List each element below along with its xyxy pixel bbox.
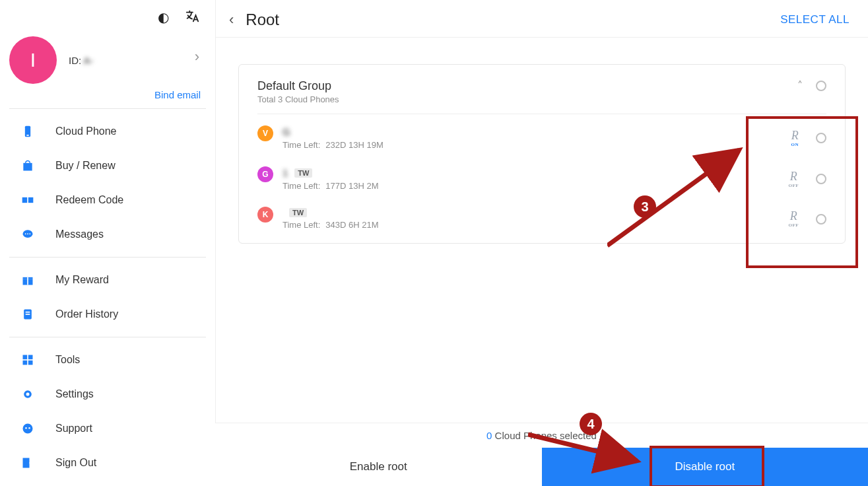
clipboard-icon bbox=[21, 306, 42, 322]
contrast-icon[interactable]: ◐ bbox=[158, 9, 169, 27]
phone-badge: K bbox=[257, 207, 273, 223]
phone-select-radio[interactable] bbox=[816, 133, 826, 143]
group-card: Default Group Total 3 Cloud Phones ˄ V G bbox=[238, 64, 846, 244]
ticket-icon bbox=[21, 192, 42, 208]
sidebar-item-tools[interactable]: Tools bbox=[0, 343, 215, 377]
sidebar-item-buy-renew[interactable]: Buy / Renew bbox=[0, 149, 215, 183]
sidebar-item-label: Order History bbox=[55, 308, 206, 320]
sidebar-item-label: Buy / Renew bbox=[55, 160, 206, 172]
group-subtitle: Total 3 Cloud Phones bbox=[257, 94, 339, 104]
page-title: Root bbox=[246, 11, 279, 29]
sign-out-icon bbox=[21, 455, 42, 471]
svg-rect-1 bbox=[26, 135, 28, 136]
sidebar-item-my-reward[interactable]: My Reward bbox=[0, 263, 215, 297]
sidebar-item-label: Redeem Code bbox=[55, 194, 206, 206]
svg-point-20 bbox=[23, 424, 33, 434]
root-status-icon: ROFF bbox=[789, 170, 799, 188]
nav-list: Cloud Phone Buy / Renew Redeem Code Mess… bbox=[0, 109, 215, 257]
chat-icon bbox=[21, 226, 42, 242]
svg-point-6 bbox=[27, 233, 28, 234]
sidebar-item-label: Cloud Phone bbox=[55, 125, 206, 137]
sidebar-item-settings[interactable]: Settings bbox=[0, 377, 215, 411]
svg-point-21 bbox=[25, 427, 27, 429]
time-left: Time Left:343D 6H 21M bbox=[283, 220, 379, 230]
sidebar-item-label: My Reward bbox=[55, 274, 206, 286]
tools-icon bbox=[21, 352, 42, 368]
root-status-icon: ROFF bbox=[789, 210, 799, 228]
footer: 0 Cloud Phones selected Enable root Disa… bbox=[215, 423, 868, 486]
chevron-up-icon[interactable]: ˄ bbox=[797, 79, 803, 92]
svg-point-7 bbox=[30, 233, 31, 234]
sidebar-item-cloud-phone[interactable]: Cloud Phone bbox=[0, 114, 215, 149]
support-icon bbox=[21, 421, 42, 436]
svg-rect-13 bbox=[26, 314, 30, 315]
disable-root-button[interactable]: Disable root bbox=[542, 448, 869, 486]
sidebar-item-label: Sign Out bbox=[55, 457, 206, 469]
chevron-right-icon[interactable]: › bbox=[195, 48, 199, 65]
time-left: Time Left:232D 13H 19M bbox=[283, 140, 384, 150]
phone-select-radio[interactable] bbox=[816, 174, 826, 184]
sidebar-item-order-history[interactable]: Order History bbox=[0, 297, 215, 331]
gear-icon bbox=[21, 386, 42, 402]
region-tag: TW bbox=[294, 168, 312, 178]
svg-rect-3 bbox=[28, 197, 34, 203]
phone-icon bbox=[21, 123, 42, 139]
phone-badge: V bbox=[257, 125, 273, 141]
svg-point-5 bbox=[25, 233, 26, 234]
phone-row: K TW Time Left:343D 6H 21M ROFF bbox=[257, 196, 826, 235]
user-id: ID: A- bbox=[69, 55, 94, 66]
sidebar: ◐ I ID: A- › Bind email Cl bbox=[0, 0, 215, 486]
back-icon[interactable]: ‹ bbox=[229, 11, 234, 28]
sidebar-item-messages[interactable]: Messages bbox=[0, 217, 215, 252]
svg-rect-2 bbox=[22, 197, 28, 203]
avatar: I bbox=[9, 36, 57, 84]
svg-rect-15 bbox=[28, 355, 33, 360]
phone-row: V G Time Left:232D 13H 19M RON bbox=[257, 114, 826, 155]
phone-row: G 1 TW Time Left:177D 13H 2M ROFF bbox=[257, 155, 826, 196]
sidebar-item-support[interactable]: Support bbox=[0, 411, 215, 446]
sidebar-item-label: Support bbox=[55, 423, 206, 434]
user-block[interactable]: I ID: A- › bbox=[0, 27, 215, 87]
sidebar-item-label: Messages bbox=[55, 228, 206, 240]
sidebar-item-redeem-code[interactable]: Redeem Code bbox=[0, 183, 215, 217]
sidebar-item-sign-out[interactable]: Sign Out bbox=[0, 446, 215, 480]
svg-rect-17 bbox=[28, 361, 33, 365]
bag-icon bbox=[21, 158, 42, 174]
sidebar-item-label: Tools bbox=[55, 354, 206, 366]
phone-name: 1 bbox=[283, 167, 288, 178]
svg-rect-16 bbox=[23, 361, 28, 365]
select-all-button[interactable]: SELECT ALL bbox=[780, 13, 850, 26]
svg-rect-12 bbox=[26, 312, 30, 313]
phone-select-radio[interactable] bbox=[816, 214, 826, 225]
enable-root-button[interactable]: Enable root bbox=[215, 448, 542, 486]
language-icon[interactable] bbox=[185, 9, 199, 27]
time-left: Time Left:177D 13H 2M bbox=[283, 181, 379, 191]
group-select-radio[interactable] bbox=[816, 81, 826, 91]
topbar: ‹ Root SELECT ALL bbox=[216, 0, 868, 38]
gift-icon bbox=[21, 272, 42, 288]
main: ‹ Root SELECT ALL Default Group Total 3 … bbox=[215, 0, 868, 486]
svg-point-22 bbox=[28, 427, 30, 429]
phone-name: G bbox=[283, 126, 290, 137]
svg-rect-10 bbox=[27, 277, 28, 285]
svg-point-19 bbox=[26, 393, 30, 396]
bind-email-link[interactable]: Bind email bbox=[0, 87, 215, 108]
root-status-icon: RON bbox=[791, 129, 799, 147]
region-tag: TW bbox=[289, 208, 307, 217]
svg-rect-23 bbox=[23, 458, 30, 468]
group-title: Default Group bbox=[257, 79, 339, 93]
selected-count-row: 0 Cloud Phones selected bbox=[215, 423, 868, 448]
phone-badge: G bbox=[257, 166, 273, 182]
sidebar-item-label: Settings bbox=[55, 388, 206, 400]
svg-rect-14 bbox=[23, 355, 28, 360]
